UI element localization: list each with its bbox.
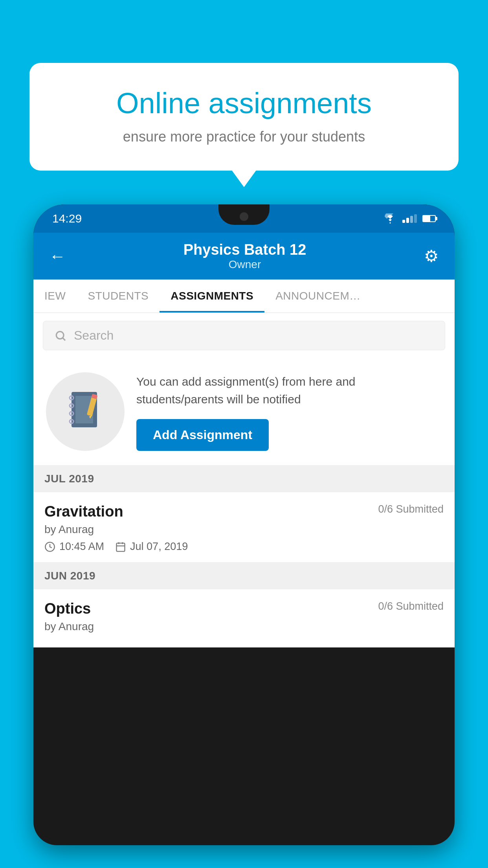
add-assignment-button[interactable]: Add Assignment bbox=[136, 419, 269, 451]
promo-description: You can add assignment(s) from here and … bbox=[136, 373, 442, 408]
section-header-jun: JUN 2019 bbox=[33, 563, 455, 589]
svg-rect-12 bbox=[117, 543, 125, 551]
submitted-badge: 0/6 Submitted bbox=[378, 503, 444, 515]
status-bar: 14:29 bbox=[33, 204, 455, 233]
time-meta: 10:45 AM bbox=[44, 541, 104, 553]
tab-iew[interactable]: IEW bbox=[33, 280, 77, 313]
notebook-icon bbox=[66, 390, 105, 433]
date-meta: Jul 07, 2019 bbox=[115, 541, 188, 553]
tab-announcements[interactable]: ANNOUNCEM… bbox=[264, 280, 372, 313]
promo-text-area: You can add assignment(s) from here and … bbox=[136, 373, 442, 451]
status-icons bbox=[383, 213, 436, 224]
assignment-meta: 10:45 AM Jul 07, 2019 bbox=[44, 541, 444, 553]
svg-point-0 bbox=[56, 331, 64, 339]
tabs-container: IEW STUDENTS ASSIGNMENTS ANNOUNCEM… bbox=[33, 280, 455, 313]
battery-icon bbox=[422, 215, 436, 222]
bubble-subtitle: ensure more practice for your students bbox=[57, 129, 431, 145]
submitted-badge-optics: 0/6 Submitted bbox=[378, 600, 444, 612]
phone-frame: 14:29 bbox=[33, 204, 455, 845]
status-time: 14:29 bbox=[52, 212, 82, 225]
speech-bubble: Online assignments ensure more practice … bbox=[29, 63, 459, 171]
section-header-jul: JUL 2019 bbox=[33, 465, 455, 492]
assignment-top-row-optics: Optics 0/6 Submitted bbox=[44, 600, 444, 617]
bubble-title: Online assignments bbox=[57, 86, 431, 120]
assignment-top-row: Gravitation 0/6 Submitted bbox=[44, 503, 444, 520]
promo-icon-circle bbox=[46, 372, 125, 451]
calendar-icon bbox=[115, 541, 126, 552]
svg-line-1 bbox=[63, 338, 65, 340]
header-title: Physics Batch 12 bbox=[183, 241, 306, 258]
header-subtitle: Owner bbox=[183, 258, 306, 271]
phone-content: Search bbox=[33, 313, 455, 647]
tab-students[interactable]: STUDENTS bbox=[77, 280, 160, 313]
assignment-date: Jul 07, 2019 bbox=[130, 541, 188, 553]
phone-notch bbox=[218, 204, 270, 225]
assignment-item-gravitation[interactable]: Gravitation 0/6 Submitted by Anurag 10:4… bbox=[33, 492, 455, 563]
assignment-author: by Anurag bbox=[44, 523, 444, 536]
app-header: ← Physics Batch 12 Owner ⚙ bbox=[33, 233, 455, 280]
back-button[interactable]: ← bbox=[49, 247, 66, 266]
search-bar[interactable]: Search bbox=[43, 321, 445, 350]
settings-icon[interactable]: ⚙ bbox=[424, 246, 439, 266]
search-icon bbox=[54, 329, 67, 342]
search-container: Search bbox=[33, 313, 455, 358]
phone-container: 14:29 bbox=[33, 204, 455, 868]
tab-assignments[interactable]: ASSIGNMENTS bbox=[160, 280, 264, 313]
speech-bubble-container: Online assignments ensure more practice … bbox=[29, 63, 459, 171]
clock-icon bbox=[44, 541, 55, 552]
search-placeholder: Search bbox=[74, 328, 114, 343]
wifi-icon bbox=[383, 213, 397, 224]
assignment-item-optics[interactable]: Optics 0/6 Submitted by Anurag bbox=[33, 589, 455, 647]
assignment-name: Gravitation bbox=[44, 503, 123, 520]
assignment-name-optics: Optics bbox=[44, 600, 91, 617]
front-camera bbox=[240, 212, 248, 221]
phone-bottom-bar bbox=[33, 647, 455, 671]
assignment-time: 10:45 AM bbox=[59, 541, 104, 553]
signal-icon bbox=[402, 214, 417, 223]
promo-section: You can add assignment(s) from here and … bbox=[33, 358, 455, 465]
assignment-author-optics: by Anurag bbox=[44, 620, 444, 633]
header-center: Physics Batch 12 Owner bbox=[183, 241, 306, 271]
